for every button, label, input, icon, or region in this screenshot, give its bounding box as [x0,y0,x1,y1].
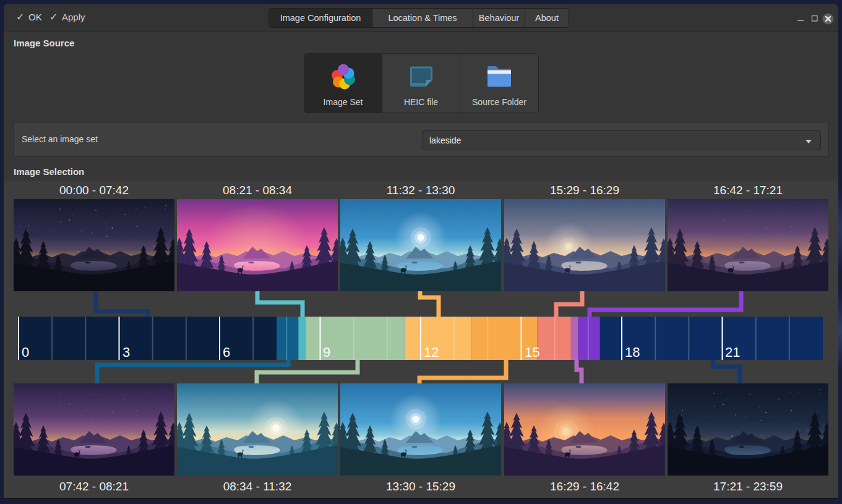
svg-text:15: 15 [525,344,539,360]
svg-text:21: 21 [725,344,740,360]
svg-text:3: 3 [122,344,130,360]
svg-text:9: 9 [323,344,330,360]
svg-text:18: 18 [625,344,640,360]
svg-text:6: 6 [223,344,230,360]
svg-text:0: 0 [22,344,29,360]
svg-text:12: 12 [424,344,439,360]
